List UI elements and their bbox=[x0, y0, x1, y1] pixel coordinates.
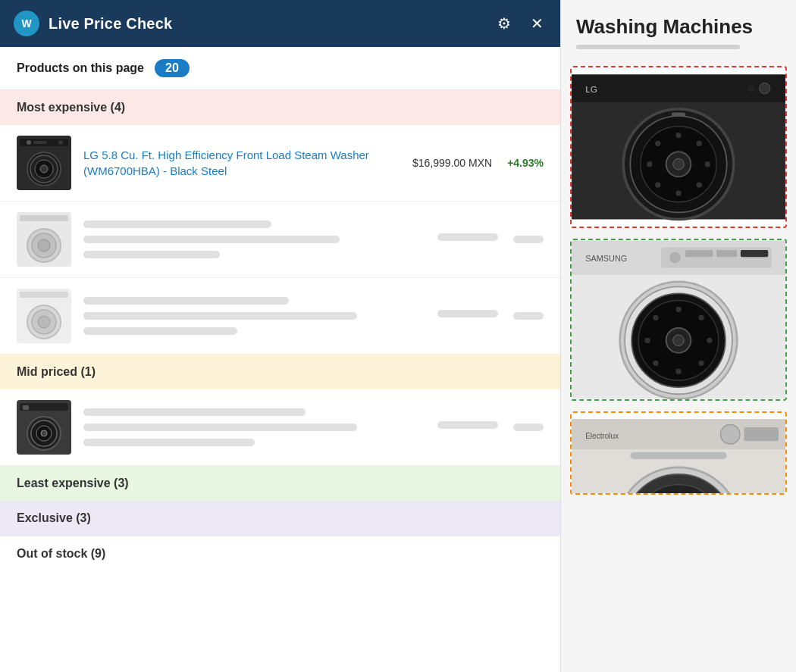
right-header: Washing Machines bbox=[561, 0, 796, 58]
svg-rect-51 bbox=[716, 250, 737, 257]
svg-text:LG: LG bbox=[585, 84, 597, 95]
featured-product-row[interactable]: LG 5.8 Cu. Ft. High Efficiency Front Loa… bbox=[0, 125, 560, 202]
svg-point-70 bbox=[720, 424, 739, 443]
product-card-2[interactable]: SAMSUNG bbox=[570, 239, 787, 401]
svg-point-57 bbox=[675, 307, 681, 312]
product-card-3[interactable]: Electrolux bbox=[570, 411, 787, 495]
svg-point-66 bbox=[673, 335, 685, 346]
close-button[interactable]: ✕ bbox=[528, 11, 547, 36]
svg-rect-15 bbox=[20, 292, 68, 298]
svg-point-7 bbox=[58, 140, 63, 145]
svg-point-42 bbox=[759, 83, 770, 94]
featured-product-price-area: $16,999.00 MXN +4.93% bbox=[412, 157, 544, 169]
svg-point-60 bbox=[698, 361, 704, 366]
right-panel-content: LG bbox=[561, 58, 796, 672]
products-label: Products on this page bbox=[17, 61, 144, 75]
product-card-img-1: LG bbox=[572, 67, 785, 227]
product-card-1[interactable]: LG bbox=[570, 66, 787, 228]
right-panel-title: Washing Machines bbox=[576, 15, 781, 39]
svg-rect-44 bbox=[672, 113, 685, 117]
products-content: Most expensive (4) LG 5.8 Cu. bbox=[0, 90, 560, 672]
skeleton-line bbox=[83, 424, 357, 431]
product-skeleton-info-2 bbox=[83, 297, 425, 335]
product-skeleton-info-mid bbox=[83, 408, 425, 446]
featured-product-price: $16,999.00 MXN bbox=[412, 157, 492, 169]
svg-rect-71 bbox=[744, 427, 778, 441]
svg-rect-25 bbox=[23, 405, 29, 410]
svg-point-6 bbox=[27, 140, 31, 145]
category-header-least: Least expensive (3) bbox=[0, 466, 560, 501]
svg-point-63 bbox=[644, 338, 650, 343]
svg-rect-8 bbox=[33, 141, 47, 144]
featured-product-name: LG 5.8 Cu. Ft. High Efficiency Front Loa… bbox=[83, 147, 400, 179]
svg-point-34 bbox=[705, 161, 710, 167]
gear-icon: ⚙ bbox=[497, 14, 511, 33]
skeleton-line bbox=[83, 236, 340, 243]
svg-point-39 bbox=[655, 141, 660, 146]
product-row-skeleton-2[interactable] bbox=[0, 278, 560, 355]
svg-point-59 bbox=[707, 338, 712, 343]
skeleton-line bbox=[513, 424, 544, 431]
close-icon: ✕ bbox=[531, 14, 544, 33]
skeleton-line bbox=[437, 310, 498, 317]
svg-text:Electrolux: Electrolux bbox=[585, 432, 619, 440]
featured-product-change: +4.93% bbox=[507, 157, 544, 169]
svg-point-35 bbox=[697, 182, 702, 187]
svg-point-37 bbox=[655, 182, 660, 187]
settings-button[interactable]: ⚙ bbox=[494, 11, 514, 36]
product-card-img-2: SAMSUNG bbox=[572, 240, 785, 399]
skeleton-line bbox=[83, 220, 271, 228]
svg-point-64 bbox=[653, 315, 658, 320]
category-header-expensive: Most expensive (4) bbox=[0, 90, 560, 125]
svg-point-62 bbox=[653, 361, 658, 366]
svg-point-13 bbox=[38, 239, 50, 252]
app-logo: W bbox=[14, 11, 39, 36]
right-panel: Washing Machines LG bbox=[561, 0, 796, 672]
skeleton-line bbox=[83, 297, 289, 305]
svg-point-43 bbox=[747, 85, 754, 92]
product-skeleton-price-mid bbox=[437, 421, 544, 433]
product-card-img-3: Electrolux bbox=[572, 413, 785, 495]
product-thumbnail-3 bbox=[17, 289, 71, 343]
product-thumbnail-mid bbox=[17, 400, 71, 455]
svg-point-24 bbox=[41, 430, 47, 436]
category-header-mid: Mid priced (1) bbox=[0, 355, 560, 389]
skeleton-line bbox=[437, 421, 498, 429]
svg-point-41 bbox=[673, 158, 685, 170]
skeleton-line bbox=[513, 236, 544, 243]
svg-point-5 bbox=[40, 165, 48, 173]
svg-point-38 bbox=[647, 161, 652, 167]
svg-point-49 bbox=[669, 252, 681, 264]
right-subtitle-bar bbox=[576, 45, 740, 49]
left-panel: W Live Price Check ⚙ ✕ Products on this … bbox=[0, 0, 561, 672]
svg-point-36 bbox=[675, 190, 681, 195]
svg-point-33 bbox=[697, 141, 702, 146]
product-skeleton-price-2 bbox=[437, 310, 544, 322]
svg-rect-52 bbox=[741, 250, 768, 257]
skeleton-line bbox=[437, 233, 498, 241]
products-bar: Products on this page 20 bbox=[0, 47, 560, 90]
app-header: W Live Price Check ⚙ ✕ bbox=[0, 0, 560, 47]
svg-rect-10 bbox=[20, 215, 68, 221]
skeleton-line bbox=[83, 327, 237, 335]
product-row-mid[interactable] bbox=[0, 389, 560, 466]
svg-point-18 bbox=[38, 316, 50, 328]
product-thumbnail-2 bbox=[17, 212, 71, 267]
svg-point-58 bbox=[698, 315, 704, 320]
svg-point-61 bbox=[675, 369, 681, 374]
skeleton-line bbox=[83, 312, 357, 320]
products-count-badge: 20 bbox=[155, 59, 190, 77]
svg-point-32 bbox=[675, 133, 681, 138]
app-title: Live Price Check bbox=[49, 15, 494, 33]
skeleton-line bbox=[513, 312, 544, 320]
category-header-outofstock: Out of stock (9) bbox=[0, 536, 560, 571]
svg-text:SAMSUNG: SAMSUNG bbox=[585, 254, 627, 263]
category-header-exclusive: Exclusive (3) bbox=[0, 501, 560, 536]
product-skeleton-price-1 bbox=[437, 233, 544, 245]
product-row-skeleton-1[interactable] bbox=[0, 202, 560, 278]
svg-rect-75 bbox=[630, 452, 726, 459]
skeleton-line bbox=[83, 439, 255, 446]
featured-product-info: LG 5.8 Cu. Ft. High Efficiency Front Loa… bbox=[83, 147, 400, 179]
featured-product-thumbnail bbox=[17, 136, 71, 190]
skeleton-line bbox=[83, 408, 306, 416]
